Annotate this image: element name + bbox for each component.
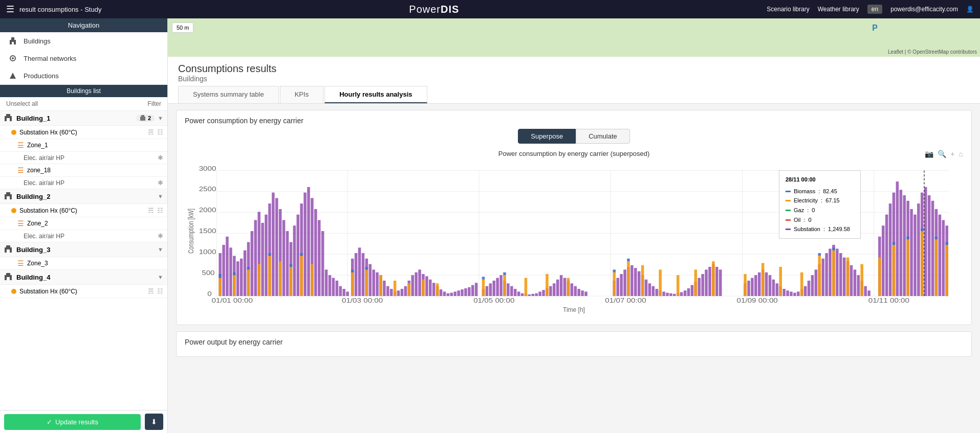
language-button[interactable]: en [867,5,882,14]
tab-kpis[interactable]: KPIs [280,86,323,103]
svg-rect-162 [645,280,648,296]
update-results-button[interactable]: ✓ Update results [4,414,141,430]
navigation-header: Navigation [0,18,167,32]
svg-rect-177 [698,278,701,297]
svg-rect-246 [290,267,293,296]
svg-rect-55 [236,261,239,296]
svg-rect-117 [457,290,460,296]
weather-library-link[interactable]: Weather library [818,6,859,13]
svg-rect-203 [811,275,814,296]
zoom-icon[interactable]: 🔍 [938,150,946,158]
svg-rect-266 [694,269,698,296]
building-header-1[interactable]: Building_1 2 ▼ [0,111,167,126]
svg-rect-179 [705,269,708,296]
svg-rect-215 [854,269,857,296]
buildings-icon [8,36,17,45]
svg-rect-277 [892,245,896,296]
substation4-water-icon[interactable]: ☴ [148,287,154,295]
svg-rect-255 [436,283,439,296]
svg-rect-265 [677,275,680,296]
elec18-star[interactable]: ✱ [158,179,163,187]
tab-systems-summary[interactable]: Systems summary table [178,86,279,103]
svg-rect-108 [425,276,428,296]
svg-text:01/11 00:00: 01/11 00:00 [868,298,910,303]
svg-rect-196 [786,290,789,296]
substation-item-1: Substation Hx (60°C) ☴ ☷ [0,126,167,139]
svg-rect-258 [525,278,528,297]
sidebar-item-buildings[interactable]: Buildings [0,32,167,50]
svg-rect-105 [415,272,418,296]
svg-text:01/05 00:00: 01/05 00:00 [473,298,515,303]
zone-item-3: ☰ Zone_3 [0,257,167,270]
chart-area: Power consumption by energy carrier Supe… [168,104,980,433]
home-icon[interactable]: ⌂ [959,150,963,158]
tab-hourly-analysis[interactable]: Hourly results analysis [324,86,427,103]
sidebar-item-thermal[interactable]: Thermal networks [0,50,167,67]
app-title-power: Power [409,4,441,15]
substation-icons-4: ☴ ☷ [148,287,163,295]
productions-icon [8,71,17,80]
svg-rect-66 [275,198,278,296]
building3-icon [4,245,13,254]
svg-rect-62 [261,223,264,296]
svg-rect-88 [355,253,358,296]
svg-rect-285 [268,253,271,256]
camera-icon[interactable]: 📷 [925,150,933,158]
chart2-section-title: Power output by energy carrier [185,338,963,346]
building-header-3[interactable]: Building_3 ▼ [0,242,167,257]
svg-rect-86 [346,291,349,296]
toggle-superpose-button[interactable]: Superpose [518,129,576,144]
svg-rect-6 [6,114,10,116]
svg-rect-1 [11,37,14,40]
svg-rect-269 [761,263,765,296]
building-group-1: Building_1 2 ▼ Substation Hx (60°C) ☴ ☷ [0,111,167,189]
app-title: PowerDIS [409,4,459,15]
svg-rect-278 [906,239,909,296]
elec1-star[interactable]: ✱ [158,154,163,162]
svg-rect-216 [857,275,860,296]
svg-rect-131 [510,286,513,296]
svg-rect-137 [532,294,535,296]
svg-rect-60 [254,220,257,296]
substation-icons-1: ☴ ☷ [148,128,163,136]
svg-rect-199 [797,291,800,296]
svg-rect-273 [832,250,835,296]
svg-rect-284 [247,267,250,269]
svg-rect-264 [659,269,662,296]
elec2-star[interactable]: ✱ [158,232,163,240]
download-button[interactable]: ⬇ [145,414,163,430]
buildings-list-header: Buildings list [0,85,167,97]
hamburger-icon[interactable]: ☰ [6,4,14,15]
svg-rect-156 [623,269,626,296]
svg-rect-287 [300,253,303,256]
svg-rect-134 [521,293,524,296]
svg-rect-124 [486,286,489,296]
svg-rect-257 [503,275,506,296]
plus-icon[interactable]: + [950,150,954,158]
substation2-water-icon[interactable]: ☴ [148,207,154,214]
svg-rect-90 [362,253,365,296]
chart1-title: Power consumption by energy carrier (sup… [185,150,963,157]
svg-rect-192 [772,280,775,296]
building-header-2[interactable]: Building_2 ▼ [0,189,167,204]
unselect-all-btn[interactable]: Unselect all [6,100,38,107]
sidebar-item-productions[interactable]: Productions [0,67,167,84]
substation-grid-icon[interactable]: ☷ [157,128,163,136]
zone3-name: Zone_3 [27,260,163,267]
substation-water-icon[interactable]: ☴ [148,128,154,136]
svg-rect-279 [921,231,924,296]
svg-rect-175 [691,285,694,297]
svg-rect-259 [546,274,549,296]
svg-rect-270 [779,267,782,296]
svg-rect-298 [921,229,924,231]
svg-rect-130 [507,283,510,296]
building-header-4[interactable]: Building_4 ▼ [0,270,167,285]
substation4-grid-icon[interactable]: ☷ [157,287,163,295]
substation2-grid-icon[interactable]: ☷ [157,207,163,214]
scenario-library-link[interactable]: Scenario library [767,6,809,13]
svg-rect-63 [265,215,268,296]
filter-btn[interactable]: Filter [147,100,161,107]
svg-rect-159 [634,268,637,296]
toggle-cumulate-button[interactable]: Cumulate [576,129,630,144]
svg-rect-208 [829,248,832,296]
